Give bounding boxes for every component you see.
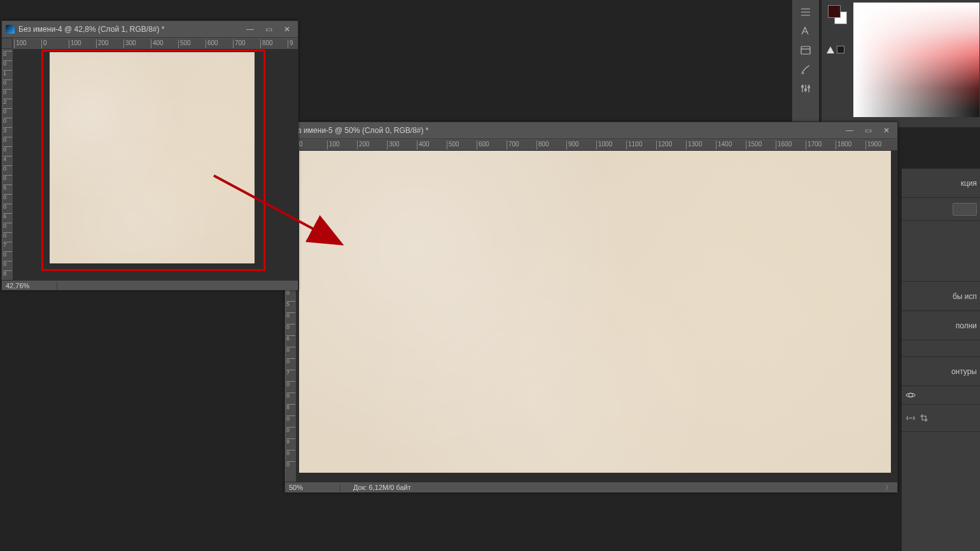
document-window-1[interactable]: Без имени-4 @ 42,8% (Слой 1, RGB/8#) * —…	[1, 20, 298, 290]
panel-tab-icons1[interactable]	[902, 386, 980, 405]
statusbar-1: 42,76%	[2, 280, 298, 290]
brush-panel-icon[interactable]	[798, 64, 813, 75]
minimize-icon[interactable]: —	[246, 25, 254, 33]
panel-tab-libraries-btn[interactable]	[902, 198, 980, 221]
chevron-right-icon[interactable]: 〉	[885, 483, 892, 492]
panel-tab-icons2[interactable]	[902, 405, 980, 432]
panel-tab-actions[interactable]: кция	[902, 169, 980, 198]
close-icon[interactable]: ✕	[284, 25, 290, 33]
doc-info-2[interactable]: Док: 6,12M/0 байт	[340, 484, 885, 491]
eye-icon	[906, 391, 916, 400]
gamut-warning	[827, 46, 844, 53]
minimize-icon[interactable]: —	[846, 127, 853, 134]
zoom-field-2[interactable]: 50%	[285, 484, 340, 491]
canvas-2[interactable]	[299, 151, 891, 473]
zoom-field-1[interactable]: 42,76%	[2, 282, 57, 289]
document-window-2[interactable]: Без имени-5 @ 50% (Слой 0, RGB/8#) * — ▭…	[284, 122, 898, 492]
titlebar-2[interactable]: Без имени-5 @ 50% (Слой 0, RGB/8#) * — ▭…	[285, 122, 897, 139]
panel-tab-spacer2	[902, 340, 980, 357]
svg-rect-0	[801, 46, 810, 54]
character-panel-icon[interactable]	[798, 25, 813, 37]
ruler-vertical-1[interactable]: 001002003004005006007008	[2, 50, 13, 280]
warning-icon	[827, 46, 834, 53]
panel-tab-spacer1	[902, 221, 980, 282]
selection-border	[41, 50, 265, 271]
foreground-swatch[interactable]	[828, 5, 841, 18]
svg-point-4	[909, 393, 913, 397]
window1-title: Без имени-4 @ 42,8% (Слой 1, RGB/8#) *	[18, 25, 246, 34]
panel-tab-paths[interactable]: онтуры	[902, 357, 980, 386]
statusbar-2: 50% Док: 6,12M/0 байт 〉	[285, 482, 897, 492]
titlebar-1[interactable]: Без имени-4 @ 42,8% (Слой 1, RGB/8#) * —…	[2, 21, 298, 38]
maximize-icon[interactable]: ▭	[265, 25, 272, 33]
history-panel-icon[interactable]	[798, 45, 813, 56]
expand-panels-icon[interactable]	[798, 6, 813, 18]
link-icon	[906, 414, 916, 422]
color-picker-gradient[interactable]	[853, 3, 979, 117]
panel-tab-history[interactable]: бы исп	[902, 282, 980, 311]
close-icon[interactable]: ✕	[883, 127, 890, 134]
ruler-horizontal-2[interactable]: 0100200300400500600700800900100011001200…	[296, 139, 897, 151]
photoshop-icon	[6, 25, 15, 34]
adjustments-panel-icon[interactable]	[798, 83, 813, 94]
crop-icon	[920, 414, 930, 422]
panel-tab-fill[interactable]: полни	[902, 311, 980, 340]
warning-color-box	[837, 46, 844, 53]
ruler-horizontal-1[interactable]: 10001002003004005006007008009	[13, 38, 298, 50]
maximize-icon[interactable]: ▭	[865, 127, 872, 134]
window2-title: Без имени-5 @ 50% (Слой 0, RGB/8#) *	[289, 126, 846, 135]
